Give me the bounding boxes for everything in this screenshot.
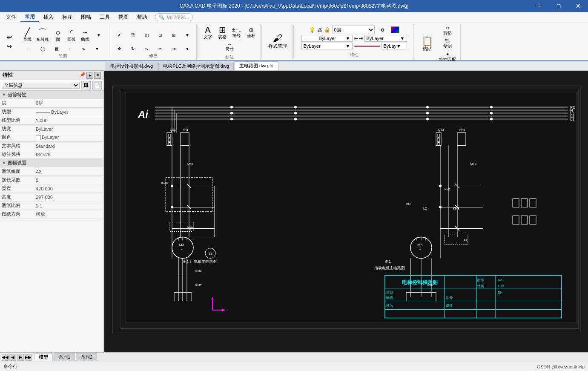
bylayer-dropdown2[interactable]: ByLay▼ bbox=[381, 43, 407, 49]
copy2-button[interactable]: ⿻ 复制 bbox=[437, 38, 458, 50]
curve-button[interactable]: ~ 曲线 bbox=[79, 27, 92, 43]
bottom-tab-layout1[interactable]: 布局1 bbox=[54, 353, 75, 361]
props-pagesize-value: A3 bbox=[34, 167, 103, 176]
line-type-label: ——— ByLayer bbox=[304, 36, 336, 41]
extend-button[interactable]: ⇥ bbox=[167, 46, 180, 52]
props-dimstyle-name: 标注风格 bbox=[0, 150, 34, 159]
svg-text:QS2: QS2 bbox=[438, 128, 444, 132]
doc-tab-0[interactable]: 电控设计梯形图.dwg bbox=[106, 62, 158, 70]
hatch-button[interactable]: ▦ bbox=[50, 46, 63, 52]
svg-text:图1: 图1 bbox=[385, 259, 391, 264]
paste-label: 粘贴 bbox=[422, 46, 432, 52]
ellipse-button[interactable]: ◯ bbox=[36, 46, 49, 52]
more-draw-button[interactable]: ▼ bbox=[92, 32, 105, 38]
line-button[interactable]: ╱ 直线 bbox=[21, 27, 34, 43]
bottom-tab-model[interactable]: 模型 bbox=[34, 353, 53, 361]
spline-button[interactable]: ∿ bbox=[77, 46, 90, 52]
props-linetype-value: ——— ByLayer bbox=[34, 108, 103, 116]
nav-prev-button[interactable]: ◀ bbox=[9, 354, 16, 361]
style-manager-button[interactable]: 🖌 样式管理 bbox=[267, 33, 289, 50]
props-panel-close-button[interactable]: ✕ bbox=[94, 72, 101, 79]
draw-tools-row1: ╱ 直线 ⌒ 多段线 ○ 圆 ◜ 圆弧 bbox=[21, 25, 105, 46]
polyline-button[interactable]: ⌒ 多段线 bbox=[34, 27, 51, 43]
svg-text:成绩: 成绩 bbox=[446, 304, 453, 308]
status-bar: 命令行 CSDN @biyezuopinvip bbox=[0, 362, 588, 371]
bylayer-dropdown1[interactable]: ByLayer▼ bbox=[301, 43, 353, 49]
copy-button[interactable]: ⿻ bbox=[126, 32, 139, 38]
ribbon-style-group: 🖌 样式管理 bbox=[263, 24, 293, 60]
menu-insert[interactable]: 插入 bbox=[39, 13, 58, 22]
svg-text:LQ: LQ bbox=[423, 207, 427, 210]
circle-button[interactable]: ○ 圆 bbox=[52, 27, 64, 43]
delete-button[interactable]: ✗ bbox=[113, 32, 126, 38]
props-row-color: 颜色 ByLayer bbox=[0, 133, 103, 142]
menu-tools[interactable]: 工具 bbox=[95, 13, 114, 22]
close-button[interactable]: ✕ bbox=[568, 0, 588, 12]
minimize-button[interactable]: ─ bbox=[529, 0, 549, 12]
layer-select[interactable]: 0层 bbox=[332, 26, 375, 34]
props-linescale-name: 线型比例 bbox=[0, 116, 34, 125]
symbol-button[interactable]: ±↑↓ 符号 bbox=[230, 26, 243, 40]
props-scope-btn2[interactable]: 📄 bbox=[92, 81, 102, 89]
line-weight-dropdown-icon[interactable]: ▼ bbox=[400, 36, 405, 41]
svg-point-134 bbox=[294, 118, 297, 121]
svg-text:电梯控制梯形图: 电梯控制梯形图 bbox=[402, 279, 438, 285]
nav-last-button[interactable]: ▶▶ bbox=[25, 354, 32, 361]
menu-layout[interactable]: 图幅 bbox=[77, 13, 95, 22]
rotate-button[interactable]: ↻ bbox=[126, 46, 139, 52]
nav-next-button[interactable]: ▶ bbox=[17, 354, 24, 361]
paste-button[interactable]: 📋 粘贴 bbox=[419, 35, 436, 53]
menu-view[interactable]: 视图 bbox=[114, 13, 133, 22]
props-row-orientation: 图纸方向 横放 bbox=[0, 210, 103, 219]
undo-button[interactable]: ↩ bbox=[3, 33, 15, 42]
svg-text:~: ~ bbox=[181, 247, 183, 251]
canvas-area[interactable]: PE N L3 L2 L1 QS1 FR1 K bbox=[104, 71, 588, 352]
current-props-header: ▼ 当前特性 bbox=[0, 91, 103, 99]
maximize-button[interactable]: □ bbox=[549, 0, 568, 12]
table-button[interactable]: ⊞ 表格 bbox=[216, 25, 229, 41]
props-layer-name: 层 bbox=[0, 99, 34, 108]
menu-search-box[interactable]: 🔍 功能搜索... bbox=[155, 13, 193, 21]
svg-point-122 bbox=[171, 206, 173, 209]
props-table-body: ▼ 当前特性 层 0层 线型 ——— ByLayer 线型比例 bbox=[0, 91, 103, 219]
offset-button[interactable]: ⊡ bbox=[154, 32, 166, 38]
search-placeholder: 功能搜索... bbox=[166, 14, 189, 20]
line-type-dropdown-icon[interactable]: ▼ bbox=[346, 36, 350, 41]
more-modify-button[interactable]: ▼ bbox=[181, 32, 194, 38]
coord-button[interactable]: ⊕ 坐标 bbox=[245, 26, 258, 40]
circle-label: 圆 bbox=[56, 37, 60, 43]
dimension-button[interactable]: ↔尺寸 bbox=[223, 41, 236, 53]
bottom-tab-layout2[interactable]: 布局2 bbox=[76, 353, 97, 361]
doc-tab-2-close[interactable]: ✕ bbox=[270, 63, 274, 69]
more-modify2-button[interactable]: ▼ bbox=[181, 46, 194, 52]
props-panel-pin-button[interactable]: ▸ bbox=[86, 72, 93, 79]
arc-button[interactable]: ◜ 圆弧 bbox=[65, 27, 78, 43]
line-type-row: ——— ByLayer ▼ bbox=[301, 35, 353, 42]
svg-point-131 bbox=[426, 112, 429, 115]
layer-settings-button[interactable]: ⚙ bbox=[376, 27, 389, 33]
props-row-pagesize: 图纸幅面 A3 bbox=[0, 167, 103, 176]
menu-annotation[interactable]: 标注 bbox=[58, 13, 77, 22]
doc-tab-1[interactable]: 电梯PLC及网络控制示意图.dwg bbox=[158, 62, 234, 70]
props-scope-btn1[interactable]: 🖼 bbox=[81, 81, 91, 89]
rect-button[interactable]: □ bbox=[23, 46, 35, 52]
doc-tab-2[interactable]: 主电路图.dwg ✕ bbox=[235, 61, 278, 70]
cut-button[interactable]: ✂ 剪切 bbox=[437, 25, 458, 37]
menu-file[interactable]: 文件 bbox=[2, 13, 20, 22]
props-scope-select[interactable]: 全局信息 bbox=[2, 82, 80, 89]
move-button[interactable]: ✥ bbox=[113, 46, 126, 52]
more-draw2-button[interactable]: ▼ bbox=[91, 46, 103, 52]
point-button[interactable]: · bbox=[63, 46, 76, 52]
array-button[interactable]: ⊞ bbox=[167, 32, 180, 38]
sep1 bbox=[109, 26, 109, 58]
redo-button[interactable]: ↪ bbox=[3, 42, 15, 51]
scale-button[interactable]: ⤡ bbox=[140, 46, 153, 52]
mirror-button[interactable]: ◫ bbox=[140, 32, 153, 38]
svg-text:图号: 图号 bbox=[477, 278, 484, 282]
menu-help[interactable]: 帮助 bbox=[133, 13, 152, 22]
text-button[interactable]: A 文字 bbox=[201, 25, 214, 41]
trim-button[interactable]: ✂ bbox=[154, 46, 166, 52]
menu-home[interactable]: 常用 bbox=[20, 12, 39, 22]
ribbon-undoredo-group: ↩ ↪ bbox=[0, 24, 18, 60]
nav-first-button[interactable]: ◀◀ bbox=[2, 354, 9, 361]
